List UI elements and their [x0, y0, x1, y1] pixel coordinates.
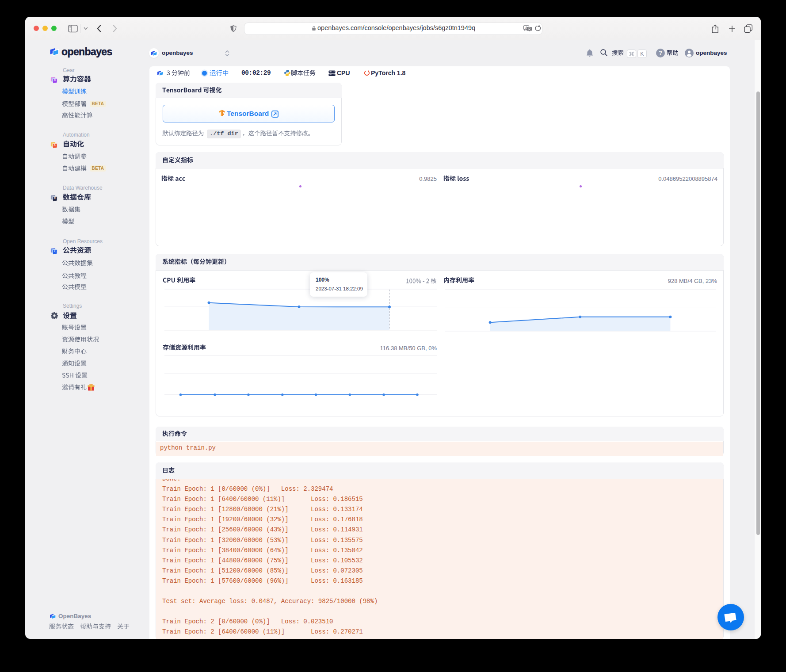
svg-text:?: ?	[659, 50, 662, 56]
svg-text:D: D	[54, 196, 56, 199]
svg-text:G: G	[54, 78, 56, 81]
svg-text:A: A	[54, 143, 56, 146]
